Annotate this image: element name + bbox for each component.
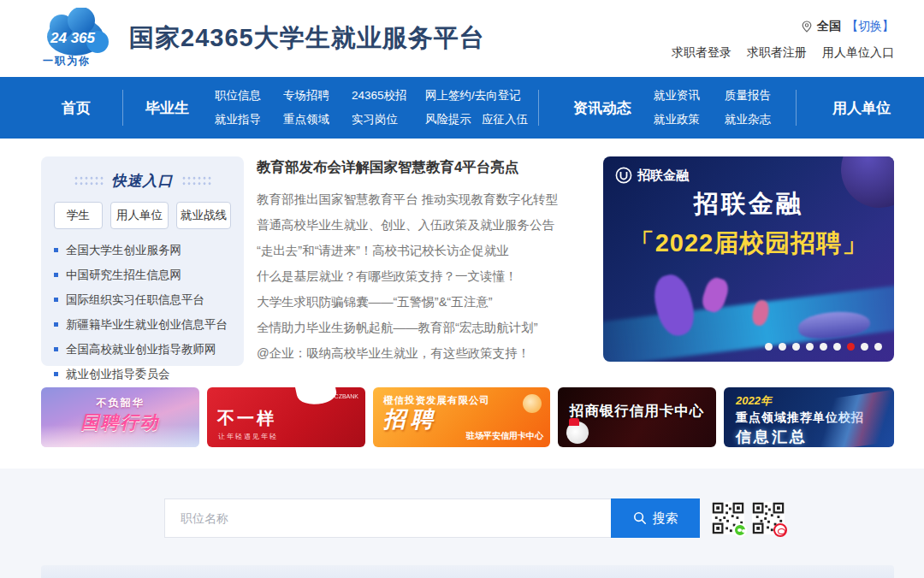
quick-entry-tabs: 学生 用人单位 就业战线 [54,202,231,229]
nav-link-job-info[interactable]: 职位信息 [215,88,283,103]
carousel-dot[interactable] [820,343,827,351]
skyline-decor [41,425,199,447]
nav-link-key-fields[interactable]: 重点领域 [283,112,352,127]
news-item[interactable]: 普通高校毕业生就业、创业、入伍政策及就业服务公告 [257,212,575,238]
quick-entry-list: 全国大学生创业服务网 中国研究生招生信息网 国际组织实习任职信息平台 新疆籍毕业… [54,234,231,411]
nav-link-employment-policy[interactable]: 就业政策 [654,112,725,127]
carousel-brand: 招联金融 [615,167,689,184]
banner-chengxin-recruit[interactable]: 橙信投资发展有限公司 招聘 驻场平安信用卡中心 [373,387,550,447]
page: 24 365 一职为你 国家24365大学生就业服务平台 全国 【切换】 求职者… [0,0,924,578]
news-item[interactable]: 大学生求职防骗锦囊——“五警惕”&“五注意” [257,289,575,315]
banner-guopin-action[interactable]: 不负韶华 国聘行动 [41,387,199,447]
ad-banner-strip: 不负韶华 国聘行动 浙商银行 CZBANK 不一样 让年轻遇见年轻 橙信投资发展… [41,387,894,447]
banner-czbank[interactable]: 浙商银行 CZBANK 不一样 让年轻遇见年轻 [207,387,365,447]
employer-entrance-link[interactable]: 用人单位入口 [822,45,894,61]
quick-link-intl-org[interactable]: 国际组织实习任职信息平台 [54,287,231,312]
tab-employment-front[interactable]: 就业战线 [176,202,231,229]
site-logo-cloud-icon: 24 365 一职为你 [41,8,115,69]
nav-link-internship[interactable]: 实习岗位 [352,112,425,127]
jobseeker-login-link[interactable]: 求职者登录 [672,45,732,61]
quick-link-yanzhao-net[interactable]: 中国研究生招生信息网 [54,262,231,287]
next-section-peek [41,565,894,578]
carousel-dot[interactable] [833,343,841,351]
nav-divider [796,90,797,126]
header: 24 365 一职为你 国家24365大学生就业服务平台 全国 【切换】 求职者… [0,0,924,77]
carousel-title-line1: 招联金融 [603,187,894,221]
carousel-dot[interactable] [847,343,855,351]
nav-divider [122,90,123,126]
quick-link-guidance-committee[interactable]: 就业创业指导委员会 [54,362,231,386]
bullet-icon [54,298,58,302]
nav-link-employment-guide[interactable]: 就业指导 [215,112,283,127]
carousel-dot[interactable] [861,343,868,351]
search-section: 搜索 [0,469,924,578]
nav-link-online-sign[interactable]: 网上签约/去向登记 [425,88,538,103]
carousel-title: 招联金融 「2022届校园招聘」 [603,187,894,261]
carousel-dot[interactable] [765,343,773,351]
nav-link-employment-news[interactable]: 就业资讯 [654,88,725,103]
tab-employers[interactable]: 用人单位 [110,202,169,229]
banner-text: 不负韶华 [41,396,199,410]
logo-number: 24 365 [50,30,96,46]
job-search-input[interactable] [164,498,611,538]
banner-text: 让年轻遇见年轻 [218,432,278,441]
banner-text: 招聘 [383,407,542,431]
nav-divider [538,90,539,126]
nav-home[interactable]: 首页 [30,98,122,118]
nav-news[interactable]: 资讯动态 [573,98,631,118]
banner-key-fields-summary[interactable]: 2022年 重点领域推荐单位校招 信息汇总 [724,387,894,447]
nav-link-enlist[interactable]: 应征入伍 [482,112,538,127]
banner-text: 橙信投资发展有限公司 [383,394,542,407]
news-item[interactable]: @企业：吸纳高校毕业生就业，有这些政策支持！ [257,340,575,366]
location-row: 全国 【切换】 [672,19,894,34]
auth-links: 求职者登录 求职者注册 用人单位入口 [672,45,894,61]
quick-entry-panel: 快速入口 学生 用人单位 就业战线 全国大学生创业服务网 中国研究生招生信息网 … [41,156,244,366]
weibo-icon [773,523,787,537]
location-pin-icon [802,21,812,32]
quick-entry-header: 快速入口 [54,171,231,191]
carousel-dot[interactable] [874,343,882,351]
weibo-qr-code [752,502,785,534]
nav-news-sublinks: 就业资讯 质量报告 就业政策 就业杂志 [654,88,796,127]
nav-link-risk-tips[interactable]: 风险提示 [425,112,482,127]
location-label: 全国 [817,19,841,34]
carousel-brand-label: 招联金融 [637,168,689,184]
news-item[interactable]: 什么是基层就业？有哪些政策支持？一文读懂！ [257,263,575,289]
banner-cmb-card-center[interactable]: 招商银行信用卡中心 [558,387,716,447]
quick-link-teacher-net[interactable]: 全国高校就业创业指导教师网 [54,337,231,362]
quick-link-xinjiang[interactable]: 新疆籍毕业生就业创业信息平台 [54,312,231,337]
quick-entry-title: 快速入口 [112,171,174,191]
location-switch-link[interactable]: 【切换】 [846,19,894,34]
search-row: 搜索 [0,469,924,538]
banner-text: 驻场平安信用卡中心 [466,430,543,442]
nav-link-quality-report[interactable]: 质量报告 [725,88,796,103]
banner-text: 不一样 [217,407,276,430]
tab-students[interactable]: 学生 [54,202,103,229]
news-item[interactable]: 教育部推出国家智慧教育平台 推动实现教育数字化转型 [257,186,575,212]
bullet-icon [54,347,58,351]
news-headline[interactable]: 教育部发布会详解国家智慧教育4平台亮点 [257,157,575,176]
jobseeker-register-link[interactable]: 求职者注册 [747,45,807,61]
news-item[interactable]: 全情助力毕业生扬帆起航——教育部“宏志助航计划” [257,315,575,340]
wechat-icon [733,523,747,537]
nav-link-24365-campus[interactable]: 24365校招 [352,88,425,103]
quick-link-startup-net[interactable]: 全国大学生创业服务网 [54,238,231,262]
carousel-dot[interactable] [792,343,800,351]
nav-graduates[interactable]: 毕业生 [145,98,189,118]
bullet-icon [54,372,58,376]
carousel-dot[interactable] [806,343,814,351]
mascot-decor [566,422,589,444]
carousel-banner[interactable]: 招联金融 招联金融 「2022届校园招聘」 [603,156,894,362]
banner-brand: 浙商银行 CZBANK [309,392,358,401]
nav-link-employment-magazine[interactable]: 就业杂志 [725,112,796,127]
nav-link-special-recruit[interactable]: 专场招聘 [283,88,352,103]
dots-decor-icon [181,175,212,186]
search-button[interactable]: 搜索 [611,498,700,538]
dots-decor-icon [74,175,104,186]
qr-codes [712,502,785,534]
nav-employer[interactable]: 用人单位 [832,98,891,118]
carousel-title-line2: 「2022届校园招聘」 [603,227,894,261]
news-item[interactable]: “走出去”和“请进来”！高校书记校长访企促就业 [257,238,575,263]
carousel-dot[interactable] [779,343,786,351]
bullet-icon [54,322,58,327]
